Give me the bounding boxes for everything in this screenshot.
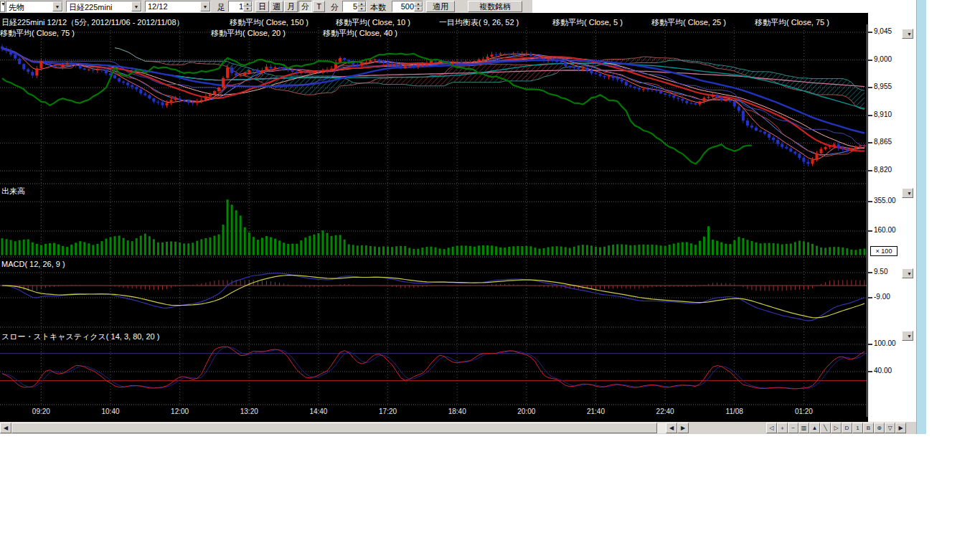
time-axis-label: 18:40 bbox=[443, 408, 471, 415]
panel-menu-button[interactable]: ▼ bbox=[902, 268, 913, 278]
time-axis-label: 13:20 bbox=[235, 408, 263, 415]
period-day-button[interactable]: 日 bbox=[255, 1, 269, 12]
spinner-down-icon[interactable]: ▼ bbox=[357, 6, 366, 11]
price-axis-gutter: 9,0459,0008,9558,9108,8658,820355.00160.… bbox=[868, 13, 916, 422]
indicator-label-ma5: 移動平均( Close, 5 ) bbox=[552, 17, 623, 28]
chevron-down-icon[interactable]: ▼ bbox=[131, 1, 141, 11]
axis-label: 9.50 bbox=[874, 268, 887, 276]
period-minute-button[interactable]: 分 bbox=[298, 1, 312, 12]
pan-right-button[interactable]: ▷ bbox=[831, 423, 842, 433]
axis-tick bbox=[868, 272, 872, 273]
axis-label: 160.00 bbox=[874, 226, 896, 234]
axis-tick bbox=[868, 201, 872, 202]
bottom-bar: ◀ ◀ ▶ ◁＋−▥▲╲▷D1B⊕▽▶ bbox=[0, 422, 916, 434]
bar-count-input[interactable] bbox=[393, 1, 415, 11]
axis-tick bbox=[868, 230, 872, 232]
hscrollbar-mid-right-arrow[interactable]: ▶ bbox=[677, 423, 689, 433]
chevron-down-icon[interactable]: ▼ bbox=[200, 1, 210, 11]
chevron-down-icon[interactable]: ▼ bbox=[52, 1, 62, 11]
crosshair-button[interactable]: ⊕ bbox=[874, 423, 885, 433]
indicator-label-ma75-b: 移動平均( Close, 75 ) bbox=[0, 28, 75, 39]
scale-up-button[interactable]: ▲ bbox=[809, 423, 820, 433]
multi-symbol-button[interactable]: 複数銘柄 bbox=[468, 1, 522, 12]
minute-input[interactable] bbox=[344, 1, 358, 11]
axis-label: 8,910 bbox=[874, 110, 892, 118]
axis-tick bbox=[868, 32, 872, 33]
minute-label: 分 bbox=[331, 2, 339, 13]
chart-area: 日経225mini 12/12（5分, 2012/11/06 - 2012/11… bbox=[0, 13, 868, 422]
collapse-button[interactable]: ▽ bbox=[885, 423, 895, 433]
indicator-label-ma25: 移動平均( Close, 25 ) bbox=[651, 17, 726, 28]
zoom-out-button[interactable]: − bbox=[788, 423, 798, 433]
indicator-label-ma40: 移動平均( Close, 40 ) bbox=[323, 28, 397, 39]
symbol-select[interactable]: 日経225mini ▼ bbox=[66, 1, 142, 12]
axis-tick bbox=[868, 87, 872, 88]
time-axis-label: 14:40 bbox=[304, 408, 333, 415]
period-tick-button[interactable]: T bbox=[313, 1, 325, 12]
volume-unit-badge: × 100 bbox=[870, 246, 897, 256]
toolbar: ▼ 先物 ▼ 日経225mini ▼ 12/12 ▼ 足 ▲ ▼ 日 週 月 分… bbox=[0, 0, 532, 13]
chart-title: 日経225mini 12/12（5分, 2012/11/06 - 2012/11… bbox=[1, 17, 184, 28]
macd-panel-title: MACD( 12, 26, 9 ) bbox=[1, 260, 65, 268]
indicator-label-ichimoku: 一目均衡表( 9, 26, 52 ) bbox=[439, 17, 519, 28]
spinner-up-icon[interactable]: ▲ bbox=[357, 1, 366, 6]
hscrollbar-thumb[interactable] bbox=[11, 423, 657, 433]
period-week-button[interactable]: 週 bbox=[270, 1, 283, 12]
spinner-down-icon[interactable]: ▼ bbox=[243, 6, 252, 11]
mode-1-button[interactable]: 1 bbox=[852, 423, 863, 433]
spinner-down-icon[interactable]: ▼ bbox=[414, 6, 423, 11]
symbol-value: 日経225mini bbox=[69, 2, 113, 13]
indicator-label-ma75: 移動平均( Close, 75 ) bbox=[755, 17, 829, 28]
axis-label: 8,820 bbox=[874, 166, 892, 174]
axis-label: 355.00 bbox=[874, 197, 896, 204]
hscrollbar-mid-left-arrow[interactable]: ◀ bbox=[666, 423, 677, 433]
interval-stepper[interactable]: ▲ ▼ bbox=[228, 1, 253, 12]
period-month-button[interactable]: 月 bbox=[284, 1, 298, 12]
axis-tick bbox=[868, 344, 872, 345]
time-axis-label: 20:00 bbox=[512, 408, 541, 415]
time-axis-label: 22:40 bbox=[651, 408, 679, 415]
panel-menu-button[interactable]: ▼ bbox=[902, 331, 913, 341]
market-type-select[interactable]: 先物 ▼ bbox=[6, 1, 63, 12]
time-axis-label: 11/08 bbox=[720, 408, 749, 415]
apply-button[interactable]: 適用 bbox=[426, 1, 455, 12]
axis-label: 9,045 bbox=[874, 27, 892, 35]
hscrollbar-left-arrow[interactable]: ◀ bbox=[0, 423, 11, 433]
market-type-value: 先物 bbox=[9, 2, 24, 13]
forward-button[interactable]: ▶ bbox=[895, 423, 906, 433]
bar-count-stepper[interactable]: ▲ ▼ bbox=[392, 1, 423, 12]
axis-tick bbox=[868, 115, 872, 116]
volume-panel-title: 出来高 bbox=[1, 186, 25, 197]
clipped-dropdown[interactable]: ▼ bbox=[0, 1, 5, 12]
axis-tick bbox=[868, 371, 872, 372]
stochastics-panel bbox=[0, 347, 867, 389]
axis-label: 40.00 bbox=[874, 367, 892, 375]
axis-label: -9.00 bbox=[874, 293, 890, 301]
trend-line-button[interactable]: ╲ bbox=[820, 423, 831, 433]
indicator-label-ma20: 移動平均( Close, 20 ) bbox=[211, 28, 286, 39]
spinner-up-icon[interactable]: ▲ bbox=[243, 1, 252, 6]
contract-month-value: 12/12 bbox=[148, 2, 168, 11]
minute-stepper[interactable]: ▲ ▼ bbox=[342, 1, 367, 12]
bar-style-button[interactable]: ▥ bbox=[798, 423, 809, 433]
zoom-in-button[interactable]: ＋ bbox=[777, 423, 788, 433]
vertical-scrollbar[interactable] bbox=[916, 0, 926, 434]
panel-menu-button[interactable]: ▼ bbox=[902, 188, 913, 198]
time-axis-label: 09:20 bbox=[27, 408, 55, 415]
spinner-up-icon[interactable]: ▲ bbox=[414, 1, 423, 6]
interval-input[interactable] bbox=[230, 1, 244, 11]
bar-count-label: 本数 bbox=[370, 2, 386, 13]
mode-b-button[interactable]: B bbox=[863, 423, 874, 433]
time-axis-label: 12:00 bbox=[166, 408, 194, 415]
axis-label: 8,865 bbox=[874, 138, 892, 146]
contract-month-select[interactable]: 12/12 ▼ bbox=[145, 1, 211, 12]
panel-menu-button[interactable]: ▼ bbox=[902, 29, 913, 39]
mode-d-button[interactable]: D bbox=[842, 423, 852, 433]
chart-canvas[interactable] bbox=[0, 13, 868, 422]
pan-left-button[interactable]: ◁ bbox=[766, 423, 777, 433]
axis-tick bbox=[868, 60, 872, 61]
axis-label: 8,955 bbox=[874, 83, 892, 90]
bar-type-label: 足 bbox=[217, 2, 225, 13]
axis-label: 100.00 bbox=[874, 339, 896, 347]
macd-panel bbox=[0, 273, 867, 321]
